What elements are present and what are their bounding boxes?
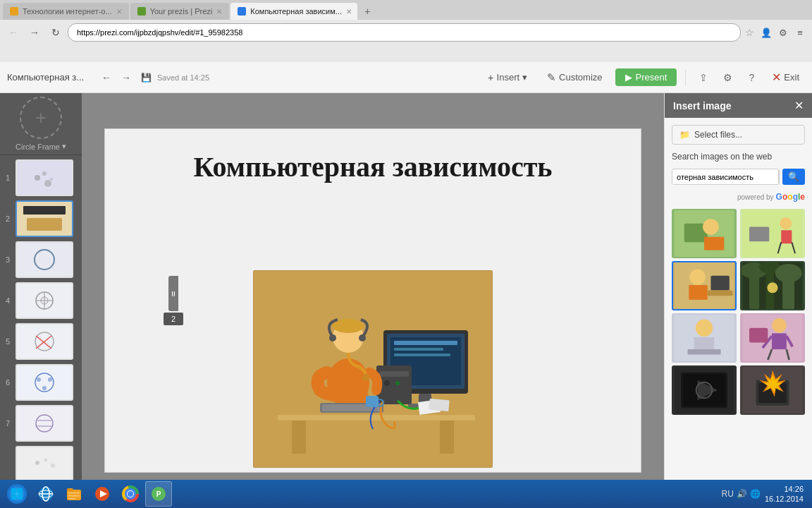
svg-point-72	[775, 264, 801, 282]
insert-menu-button[interactable]: + Insert ▾	[481, 68, 534, 86]
slide-item-3[interactable]: 3	[6, 241, 76, 278]
slide-num-1: 1	[3, 174, 13, 182]
slide-thumb-3[interactable]	[16, 241, 73, 278]
slide-title: Компьютерная зависимость	[105, 150, 641, 183]
svg-rect-4	[23, 206, 66, 214]
image-2-preview	[742, 210, 804, 257]
panel-collapse-button[interactable]: ⏸	[168, 276, 178, 311]
panel-close-button[interactable]: ✕	[794, 99, 804, 112]
taskbar-chrome-button[interactable]	[117, 481, 144, 507]
browser-person-icon[interactable]: 👤	[758, 25, 774, 40]
image-result-1[interactable]	[672, 209, 737, 258]
chrome-icon	[122, 485, 139, 502]
tab-2[interactable]: Your prezis | Prezi ✕	[130, 3, 230, 20]
slide-item-2[interactable]: 2	[6, 200, 76, 237]
tray-network-icon[interactable]: 🌐	[750, 489, 761, 499]
svg-rect-34	[394, 348, 443, 351]
slide-item-4[interactable]: 4	[6, 282, 76, 319]
svg-point-57	[780, 217, 792, 229]
back-button[interactable]: ←	[4, 23, 23, 42]
ie-icon	[37, 485, 54, 502]
image-4-preview	[742, 262, 804, 309]
redo-button[interactable]: →	[117, 68, 135, 87]
undo-button[interactable]: ←	[97, 68, 116, 87]
svg-rect-27	[278, 415, 475, 421]
tray-volume-icon[interactable]: 🔊	[737, 489, 747, 499]
slide-num-3: 3	[3, 255, 13, 264]
image-result-4[interactable]	[740, 261, 805, 310]
svg-rect-96	[11, 488, 17, 494]
present-play-icon: ▶	[625, 72, 632, 83]
tab-1-close[interactable]: ✕	[116, 8, 122, 16]
slide-thumb-2[interactable]	[16, 200, 73, 237]
search-go-button[interactable]: 🔍	[782, 169, 805, 185]
browser-extensions-icon[interactable]: ⚙	[775, 25, 791, 40]
image-grid	[672, 209, 805, 415]
search-dropdown-button[interactable]: ▾	[778, 169, 780, 184]
tray-lang[interactable]: RU	[722, 489, 734, 499]
image-result-5[interactable]	[672, 313, 737, 363]
start-button[interactable]	[3, 481, 31, 507]
svg-point-15	[37, 377, 41, 382]
forward-button[interactable]: →	[25, 23, 44, 42]
tab-2-favicon	[137, 7, 146, 16]
slide-item-5[interactable]: 5	[6, 323, 76, 360]
powered-by: powered by Google	[672, 192, 805, 202]
image-3-preview	[673, 262, 735, 309]
help-button[interactable]: ?	[742, 68, 761, 87]
reload-button[interactable]: ↻	[47, 23, 65, 42]
slide-item-1[interactable]: 1	[6, 159, 76, 196]
taskbar-media-button[interactable]	[89, 481, 116, 507]
slide-thumb-4[interactable]	[16, 282, 73, 319]
taskbar-explorer-button[interactable]	[61, 481, 87, 507]
taskbar-prezi-button[interactable]: P	[145, 481, 172, 507]
present-button[interactable]: ▶ Present	[615, 68, 677, 86]
circle-frame-button[interactable]: +	[20, 97, 62, 139]
search-input[interactable]	[672, 170, 778, 184]
slide-item-6[interactable]: 6	[6, 364, 76, 401]
share-button[interactable]: ⇪	[694, 68, 713, 87]
tray-date-value: 16.12.2014	[765, 494, 804, 504]
svg-rect-37	[379, 371, 409, 377]
slide-thumb-8[interactable]	[16, 446, 73, 483]
tab-2-close[interactable]: ✕	[216, 8, 222, 16]
browser-toolbar-icons: 👤 ⚙ ≡	[758, 25, 808, 40]
slide-num-4: 4	[3, 296, 13, 305]
tab-3[interactable]: Компьютерная зависим... ✕	[230, 3, 357, 20]
slide-thumb-5[interactable]	[16, 323, 73, 360]
exit-button[interactable]: ✕ Exit	[766, 68, 805, 87]
slide-image[interactable]	[253, 270, 493, 468]
slide-thumb-6[interactable]	[16, 364, 73, 401]
browser-menu-icon[interactable]: ≡	[792, 25, 808, 40]
slide-item-7[interactable]: 7	[6, 405, 76, 442]
canvas-area[interactable]: ⏸ 2 Компьютерная зависимость	[82, 93, 664, 508]
image-result-2[interactable]	[740, 209, 805, 258]
image-result-6[interactable]	[740, 313, 805, 363]
image-result-3[interactable]	[672, 261, 737, 310]
new-tab-button[interactable]: +	[359, 3, 376, 20]
panel-collapse-area: ⏸ 2	[164, 276, 183, 325]
tab-3-close[interactable]: ✕	[346, 8, 352, 16]
slide-thumb-7[interactable]	[16, 405, 73, 442]
slide-item-8[interactable]	[6, 446, 76, 483]
insert-chevron: ▾	[522, 72, 527, 83]
slide-thumb-1[interactable]	[16, 159, 73, 196]
taskbar-tray: RU 🔊 🌐 14:26 16.12.2014	[716, 484, 809, 504]
svg-rect-56	[749, 227, 769, 242]
customize-button[interactable]: ✎ Customize	[540, 68, 609, 87]
bookmark-icon[interactable]: ☆	[744, 27, 756, 38]
image-result-7[interactable]	[672, 365, 737, 415]
browser-chrome: Технологии интернет-о... ✕ Your prezis |…	[0, 0, 812, 62]
settings-button[interactable]: ⚙	[718, 68, 737, 87]
svg-rect-35	[394, 353, 450, 356]
tab-1[interactable]: Технологии интернет-о... ✕	[3, 3, 129, 20]
svg-point-22	[44, 459, 47, 461]
slide-panel: + Circle Frame ▾ 1	[0, 93, 82, 508]
taskbar-ie-button[interactable]	[32, 481, 59, 507]
svg-rect-54	[704, 237, 724, 250]
address-input[interactable]	[68, 23, 741, 42]
save-button[interactable]: 💾	[141, 73, 152, 83]
save-icon: 💾	[141, 73, 152, 83]
select-files-button[interactable]: 📁 Select files...	[672, 125, 805, 145]
image-result-8[interactable]	[740, 365, 805, 415]
